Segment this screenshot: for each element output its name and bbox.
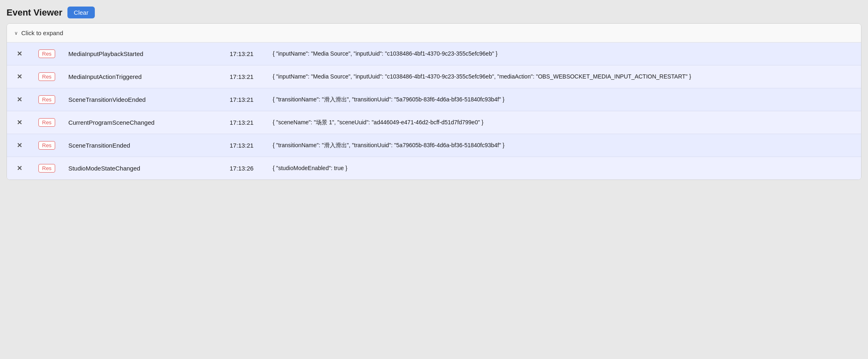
table-row: ✕ Res SceneTransitionEnded 17:13:21 { "t… — [7, 134, 861, 157]
close-button[interactable]: ✕ — [13, 163, 25, 174]
close-cell: ✕ — [7, 111, 32, 134]
event-name: StudioModeStateChanged — [62, 157, 217, 180]
event-name: SceneTransitionVideoEnded — [62, 88, 217, 111]
event-time: 17:13:21 — [217, 134, 266, 157]
event-data: { "inputName": "Media Source", "inputUui… — [266, 65, 861, 88]
res-badge: Res — [38, 72, 55, 81]
res-badge: Res — [38, 49, 55, 58]
table-row: ✕ Res CurrentProgramSceneChanged 17:13:2… — [7, 111, 861, 134]
event-name: MediaInputPlaybackStarted — [62, 43, 217, 65]
res-badge: Res — [38, 118, 55, 127]
res-badge: Res — [38, 95, 55, 104]
event-data: { "studioModeEnabled": true } — [266, 157, 861, 180]
close-button[interactable]: ✕ — [13, 117, 25, 128]
res-cell: Res — [32, 43, 62, 65]
res-cell: Res — [32, 65, 62, 88]
event-name: SceneTransitionEnded — [62, 134, 217, 157]
events-table: ✕ Res MediaInputPlaybackStarted 17:13:21… — [7, 43, 861, 180]
close-button[interactable]: ✕ — [13, 140, 25, 151]
res-cell: Res — [32, 111, 62, 134]
chevron-down-icon: ∨ — [14, 30, 18, 36]
event-name: CurrentProgramSceneChanged — [62, 111, 217, 134]
close-cell: ✕ — [7, 43, 32, 65]
collapse-label: Click to expand — [21, 29, 63, 36]
clear-button[interactable]: Clear — [67, 7, 95, 18]
res-badge: Res — [38, 164, 55, 173]
table-row: ✕ Res SceneTransitionVideoEnded 17:13:21… — [7, 88, 861, 111]
event-time: 17:13:21 — [217, 65, 266, 88]
close-cell: ✕ — [7, 88, 32, 111]
close-cell: ✕ — [7, 157, 32, 180]
event-data: { "transitionName": "滑入滑出", "transitionU… — [266, 88, 861, 111]
res-badge: Res — [38, 141, 55, 150]
event-viewer-header: Event Viewer Clear — [7, 7, 861, 18]
event-viewer-panel: ∨ Click to expand ✕ Res MediaInputPlayba… — [7, 23, 861, 180]
collapse-row[interactable]: ∨ Click to expand — [7, 24, 861, 43]
close-button[interactable]: ✕ — [13, 71, 25, 82]
res-cell: Res — [32, 134, 62, 157]
event-time: 17:13:21 — [217, 43, 266, 65]
table-row: ✕ Res MediaInputPlaybackStarted 17:13:21… — [7, 43, 861, 65]
event-data: { "transitionName": "滑入滑出", "transitionU… — [266, 134, 861, 157]
page-title: Event Viewer — [7, 7, 63, 18]
event-time: 17:13:26 — [217, 157, 266, 180]
res-cell: Res — [32, 157, 62, 180]
event-time: 17:13:21 — [217, 88, 266, 111]
close-cell: ✕ — [7, 134, 32, 157]
event-time: 17:13:21 — [217, 111, 266, 134]
table-row: ✕ Res MediaInputActionTriggered 17:13:21… — [7, 65, 861, 88]
event-data: { "inputName": "Media Source", "inputUui… — [266, 43, 861, 65]
table-row: ✕ Res StudioModeStateChanged 17:13:26 { … — [7, 157, 861, 180]
close-cell: ✕ — [7, 65, 32, 88]
event-name: MediaInputActionTriggered — [62, 65, 217, 88]
close-button[interactable]: ✕ — [13, 94, 25, 105]
event-data: { "sceneName": "场景 1", "sceneUuid": "ad4… — [266, 111, 861, 134]
close-button[interactable]: ✕ — [13, 48, 25, 59]
res-cell: Res — [32, 88, 62, 111]
